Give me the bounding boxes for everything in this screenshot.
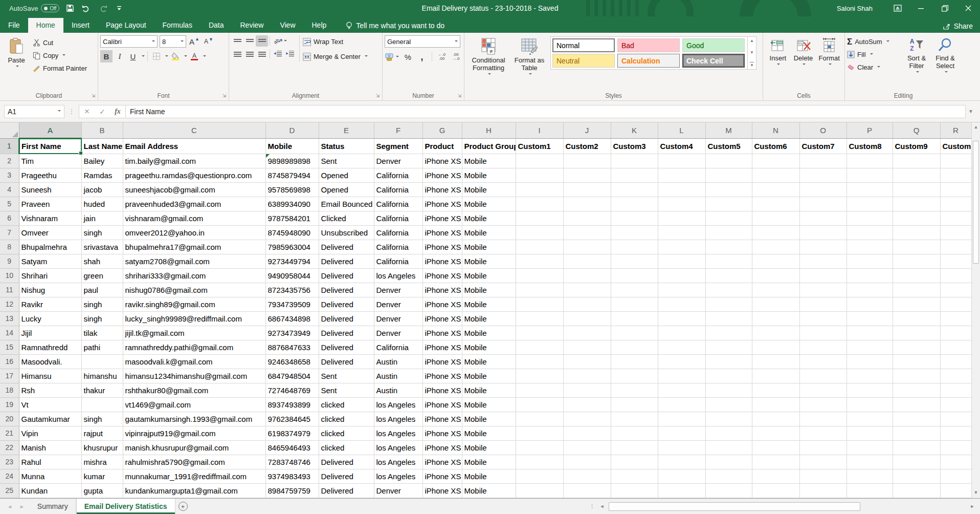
cell-R21[interactable] (940, 426, 971, 440)
cell-N7[interactable] (752, 225, 799, 240)
cell-A10[interactable]: Shrihari (19, 268, 81, 283)
cell-G17[interactable]: iPhone XS (422, 369, 462, 383)
cell-C14[interactable]: jijil.tk@gmail.com (123, 326, 265, 340)
cell-Q14[interactable] (893, 326, 940, 340)
cell-N9[interactable] (752, 254, 799, 268)
cell-H5[interactable]: Mobile (462, 197, 516, 211)
cell-R8[interactable] (940, 240, 971, 254)
cell-G20[interactable]: iPhone XS (422, 412, 462, 426)
share-button[interactable]: Share (943, 22, 973, 30)
cell-R16[interactable] (940, 354, 971, 369)
cell-F11[interactable]: Denver (374, 283, 422, 297)
cell-E20[interactable]: clicked (319, 412, 374, 426)
cell-G16[interactable]: iPhone XS (422, 354, 462, 369)
cell-G24[interactable]: iPhone XS (422, 469, 462, 483)
cell-N13[interactable] (752, 311, 799, 326)
cell-R10[interactable] (940, 268, 971, 283)
row-header-3[interactable]: 3 (0, 168, 19, 182)
font-size-combo[interactable]: 8 (160, 35, 186, 48)
cell-L4[interactable] (658, 182, 705, 197)
cell-C23[interactable]: rahulmishra5790@gmail.com (123, 455, 265, 469)
cell-H13[interactable]: Mobile (462, 311, 516, 326)
cell-K10[interactable] (611, 268, 658, 283)
cell-G13[interactable]: iPhone XS (422, 311, 462, 326)
number-dialog-launcher[interactable]: ⇲ (457, 93, 462, 99)
cell-J19[interactable] (563, 397, 611, 412)
cell-N14[interactable] (752, 326, 799, 340)
cell-style-check-cell[interactable]: Check Cell (682, 54, 745, 68)
cell-F8[interactable]: California (374, 240, 422, 254)
cell-Q3[interactable] (893, 168, 940, 182)
col-header-N[interactable]: N (752, 122, 799, 138)
cell-L7[interactable] (658, 225, 705, 240)
cell-H24[interactable]: Mobile (462, 469, 516, 483)
row-header-4[interactable]: 4 (0, 182, 19, 197)
cell-C10[interactable]: shrihari333@gmail.com (123, 268, 265, 283)
cell-I24[interactable] (516, 469, 563, 483)
row-header-22[interactable]: 22 (0, 440, 19, 455)
cell-L15[interactable] (658, 340, 705, 354)
cell-style-calculation[interactable]: Calculation (617, 54, 680, 68)
col-header-M[interactable]: M (705, 122, 752, 138)
cell-O4[interactable] (799, 182, 847, 197)
user-name[interactable]: Saloni Shah (837, 5, 873, 12)
tab-formulas[interactable]: Formulas (154, 18, 201, 33)
cell-C17[interactable]: himansu1234himanshu@gmail.com (123, 369, 265, 383)
borders-button[interactable] (150, 50, 163, 62)
cell-A7[interactable]: Omveer (19, 225, 81, 240)
cell-B19[interactable] (81, 397, 123, 412)
cell-O12[interactable] (799, 297, 847, 311)
cell-C19[interactable]: vt1469@gmail.com (123, 397, 265, 412)
cell-C8[interactable]: bhupalmehra17@gmail.com (123, 240, 265, 254)
cell-J23[interactable] (563, 455, 611, 469)
tab-view[interactable]: View (272, 18, 303, 33)
cell-M20[interactable] (705, 412, 752, 426)
cell-K16[interactable] (611, 354, 658, 369)
cell-O14[interactable] (799, 326, 847, 340)
cell-P4[interactable] (847, 182, 893, 197)
cell-J24[interactable] (563, 469, 611, 483)
cell-M10[interactable] (705, 268, 752, 283)
styles-gallery-scrollbar[interactable]: ▲ ▼ ▼ (748, 36, 756, 70)
cell-A23[interactable]: Rahul (19, 455, 81, 469)
cell-C24[interactable]: munnakumar_1991@rediffmail.com (123, 469, 265, 483)
cell-M7[interactable] (705, 225, 752, 240)
cell-P11[interactable] (847, 283, 893, 297)
formula-bar-splitter[interactable]: ⋮ (69, 108, 75, 115)
cell-N3[interactable] (752, 168, 799, 182)
cell-F21[interactable]: los Angeles (374, 426, 422, 440)
cell-O3[interactable] (799, 168, 847, 182)
tab-review[interactable]: Review (232, 18, 272, 33)
cell-D25[interactable]: 8984759759 (265, 483, 319, 498)
cell-E5[interactable]: Email Bounced (319, 197, 374, 211)
cell-J13[interactable] (563, 311, 611, 326)
cell-Q15[interactable] (893, 340, 940, 354)
cell-P19[interactable] (847, 397, 893, 412)
cell-O6[interactable] (799, 211, 847, 225)
cell-C22[interactable]: manish.khusrupur@gmail.com (123, 440, 265, 455)
name-box[interactable]: A1 (4, 105, 64, 118)
cell-R1[interactable]: Custom10 (940, 138, 971, 154)
format-cells-button[interactable]: Format (816, 35, 842, 68)
cell-B8[interactable]: srivastava (81, 240, 123, 254)
cell-F7[interactable]: California (374, 225, 422, 240)
cell-Q16[interactable] (893, 354, 940, 369)
cell-L6[interactable] (658, 211, 705, 225)
find-select-button[interactable]: Find & Select (931, 35, 960, 76)
redo-button[interactable] (97, 3, 108, 14)
cell-M19[interactable] (705, 397, 752, 412)
col-header-B[interactable]: B (81, 122, 123, 138)
cell-P6[interactable] (847, 211, 893, 225)
cell-K13[interactable] (611, 311, 658, 326)
cell-L13[interactable] (658, 311, 705, 326)
cell-I17[interactable] (516, 369, 563, 383)
cell-N21[interactable] (752, 426, 799, 440)
cell-I10[interactable] (516, 268, 563, 283)
cell-G25[interactable]: iPhone XS (422, 483, 462, 498)
cell-J20[interactable] (563, 412, 611, 426)
row-header-19[interactable]: 19 (0, 397, 19, 412)
cell-G12[interactable]: iPhone XS (422, 297, 462, 311)
underline-button[interactable]: U (127, 50, 139, 62)
cancel-button[interactable]: × (79, 106, 95, 117)
cell-G5[interactable]: iPhone XS (422, 197, 462, 211)
